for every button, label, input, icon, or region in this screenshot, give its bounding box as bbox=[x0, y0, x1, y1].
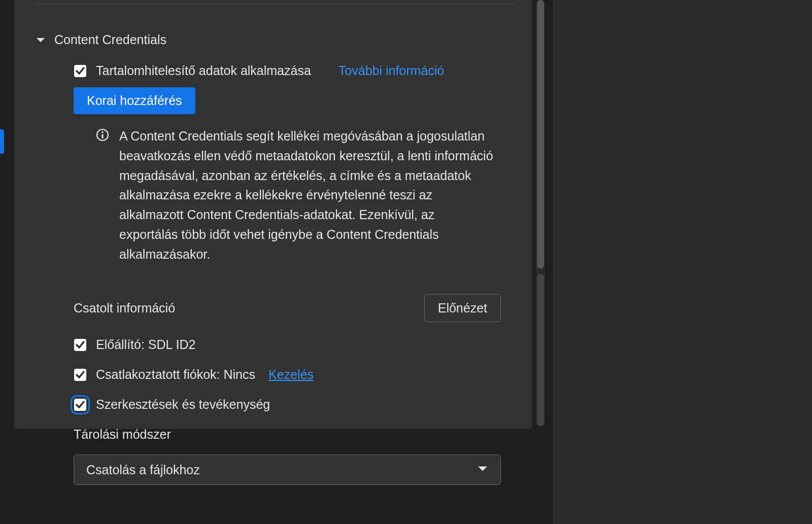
info-icon bbox=[96, 128, 109, 144]
left-edge-selection-indicator bbox=[0, 129, 4, 154]
edits-row: Szerkesztések és tevékenység bbox=[15, 382, 531, 412]
attached-info-row: Csatolt információ Előnézet bbox=[15, 264, 531, 322]
accounts-row: Csatlakoztatott fiókok: Nincs Kezelés bbox=[15, 352, 531, 382]
info-text: A Content Credentials segít kellékei meg… bbox=[119, 126, 495, 264]
section-header[interactable]: Content Credentials bbox=[15, 5, 531, 52]
app-background-right bbox=[553, 0, 812, 524]
producer-checkbox[interactable] bbox=[74, 338, 87, 352]
scrollbar-thumb[interactable] bbox=[537, 0, 544, 269]
settings-panel: Content Credentials Tartalomhitelesítő a… bbox=[14, 0, 532, 429]
edits-label: Szerkesztések és tevékenység bbox=[96, 397, 270, 412]
manage-link[interactable]: Kezelés bbox=[268, 367, 314, 382]
edits-checkbox[interactable] bbox=[74, 398, 87, 411]
chevron-down-icon bbox=[477, 463, 488, 477]
storage-method-label: Tárolási módszer bbox=[15, 412, 531, 442]
storage-method-dropdown[interactable]: Csatolás a fájlokhoz bbox=[74, 455, 501, 485]
apply-row: Tartalomhitelesítő adatok alkalmazása To… bbox=[15, 52, 531, 114]
storage-method-selected: Csatolás a fájlokhoz bbox=[86, 463, 200, 477]
scrollbar-thumb-lower[interactable] bbox=[537, 274, 544, 426]
producer-row: Előállító: SDL ID2 bbox=[15, 322, 531, 352]
accounts-label: Csatlakoztatott fiókok: Nincs bbox=[96, 367, 255, 382]
svg-point-1 bbox=[101, 131, 104, 133]
apply-checkbox[interactable] bbox=[74, 64, 87, 78]
producer-label: Előállító: SDL ID2 bbox=[96, 337, 195, 352]
early-access-button[interactable]: Korai hozzáférés bbox=[74, 87, 195, 114]
scrollbar-track[interactable] bbox=[536, 0, 545, 426]
apply-label: Tartalomhitelesítő adatok alkalmazása bbox=[96, 63, 311, 78]
accounts-checkbox[interactable] bbox=[74, 368, 87, 381]
attached-info-heading: Csatolt információ bbox=[74, 301, 175, 316]
info-block: A Content Credentials segít kellékei meg… bbox=[15, 114, 531, 264]
preview-button[interactable]: Előnézet bbox=[424, 294, 501, 322]
section-title: Content Credentials bbox=[54, 32, 166, 47]
svg-rect-2 bbox=[102, 134, 104, 138]
decorative-marks: ·· bbox=[1, 436, 4, 467]
chevron-down-icon[interactable] bbox=[35, 34, 46, 46]
more-info-link[interactable]: További információ bbox=[339, 63, 444, 78]
